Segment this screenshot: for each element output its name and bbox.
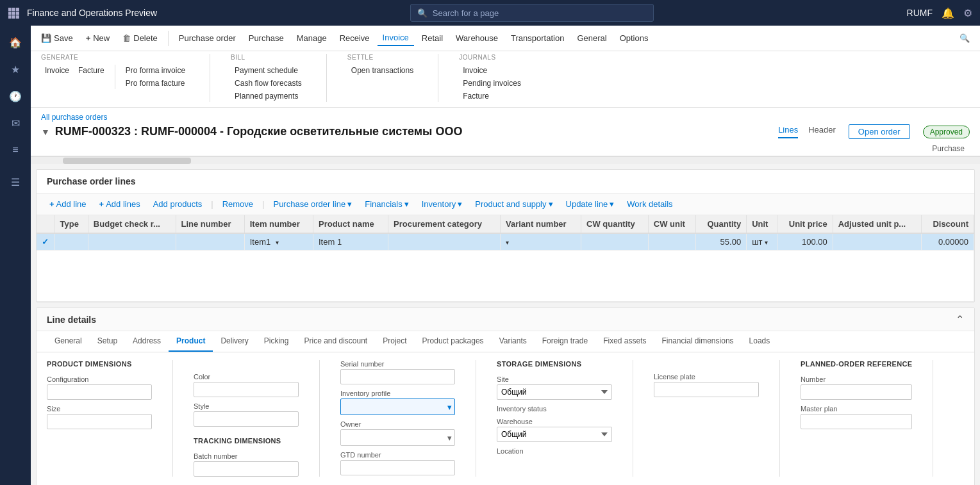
ribbon-proforma-facture-btn[interactable]: Pro forma facture xyxy=(122,78,189,89)
configuration-input[interactable] xyxy=(47,384,152,400)
row-budget[interactable] xyxy=(88,233,176,251)
detail-tab-product[interactable]: Product xyxy=(169,331,213,352)
ribbon-proforma-invoice-btn[interactable]: Pro forma invoice xyxy=(122,65,189,76)
financials-btn[interactable]: Financials ▾ xyxy=(360,197,414,211)
detail-tab-price[interactable]: Price and discount xyxy=(296,331,375,352)
transportation-button[interactable]: Transportation xyxy=(506,31,569,45)
owner-input[interactable]: vend004 xyxy=(341,430,445,445)
row-product-name[interactable]: Item 1 xyxy=(313,233,388,251)
item-dropdown-icon[interactable]: ▾ xyxy=(276,239,279,246)
planned-number-input[interactable] xyxy=(801,384,912,400)
breadcrumb[interactable]: All purchase orders xyxy=(41,113,970,122)
add-line-button[interactable]: + Add line xyxy=(44,197,92,211)
retail-button[interactable]: Retail xyxy=(417,31,448,45)
collapse-details-btn[interactable]: ⌃ xyxy=(956,313,964,325)
tab-header[interactable]: Header xyxy=(808,125,836,138)
inventory-btn[interactable]: Inventory ▾ xyxy=(417,197,467,211)
row-type[interactable] xyxy=(54,233,88,251)
horizontal-scroll[interactable] xyxy=(31,156,980,164)
owner-dropdown-icon[interactable]: ▾ xyxy=(445,433,454,443)
general-button[interactable]: General xyxy=(572,31,611,45)
cmd-search-button[interactable]: 🔍 xyxy=(954,31,975,45)
license-plate-input[interactable] xyxy=(654,382,759,397)
ribbon-journal-invoice-btn[interactable]: Invoice xyxy=(459,65,491,76)
warehouse-select[interactable]: Общий xyxy=(497,427,612,442)
ribbon-cashflow-btn[interactable]: Cash flow forecasts xyxy=(231,78,306,89)
warehouse-button[interactable]: Warehouse xyxy=(451,31,503,45)
sidebar-star[interactable]: ★ xyxy=(4,58,27,81)
product-supply-btn[interactable]: Product and supply ▾ xyxy=(470,197,558,211)
sidebar-list[interactable]: ≡ xyxy=(4,138,27,161)
row-unit-price[interactable]: 100.00 xyxy=(777,233,833,251)
master-plan-input[interactable] xyxy=(801,414,912,429)
variant-dropdown-icon[interactable]: ▾ xyxy=(506,239,509,246)
detail-tab-packages[interactable]: Product packages xyxy=(415,331,492,352)
filter-icon[interactable]: ▼ xyxy=(41,127,50,137)
search-bar[interactable]: 🔍 Search for a page xyxy=(410,4,654,22)
new-button[interactable]: + New xyxy=(81,31,115,45)
row-discount[interactable]: 0.00000 xyxy=(921,233,974,251)
purchase-button[interactable]: Purchase xyxy=(244,31,289,45)
size-input[interactable] xyxy=(47,414,152,429)
ribbon-invoice-btn[interactable]: Invoice xyxy=(41,65,73,76)
sidebar-home[interactable]: 🏠 xyxy=(4,31,27,54)
inventory-profile-dropdown-icon[interactable]: ▾ xyxy=(445,402,454,412)
row-cw-qty[interactable] xyxy=(581,233,649,251)
gtd-number-input[interactable] xyxy=(340,460,455,475)
sidebar-collapse[interactable]: ☰ xyxy=(4,170,27,193)
batch-number-input[interactable] xyxy=(194,461,299,477)
add-products-button[interactable]: Add products xyxy=(148,197,208,211)
sidebar-recent[interactable]: 🕐 xyxy=(4,85,27,108)
row-qty[interactable]: 55.00 xyxy=(696,233,747,251)
ribbon-pending-invoices-btn[interactable]: Pending invoices xyxy=(459,78,525,89)
ribbon-facture-btn[interactable]: Facture xyxy=(74,65,108,76)
detail-tab-fin-dimensions[interactable]: Financial dimensions xyxy=(654,331,742,352)
notification-icon[interactable]: 🔔 xyxy=(942,7,954,19)
row-procurement[interactable] xyxy=(388,233,501,251)
detail-tab-delivery[interactable]: Delivery xyxy=(213,331,256,352)
ribbon-planned-payments-btn[interactable]: Planned payments xyxy=(231,90,302,102)
ribbon-payment-schedule-btn[interactable]: Payment schedule xyxy=(231,65,302,76)
ribbon-journal-facture-btn[interactable]: Facture xyxy=(459,90,493,102)
row-item-num[interactable]: Item1 ▾ xyxy=(244,233,313,251)
add-lines-button[interactable]: + Add lines xyxy=(94,197,145,211)
row-unit[interactable]: шт ▾ xyxy=(747,233,777,251)
row-line-num[interactable] xyxy=(176,233,244,251)
detail-tab-variants[interactable]: Variants xyxy=(492,331,535,352)
detail-tab-fixed-assets[interactable]: Fixed assets xyxy=(595,331,654,352)
invoice-button[interactable]: Invoice xyxy=(378,30,414,46)
serial-number-input[interactable] xyxy=(340,369,455,384)
detail-tab-address[interactable]: Address xyxy=(125,331,169,352)
detail-tab-picking[interactable]: Picking xyxy=(256,331,297,352)
receive-button[interactable]: Receive xyxy=(335,31,375,45)
row-checkbox[interactable]: ✓ xyxy=(37,233,54,251)
save-button[interactable]: 💾 Save xyxy=(36,31,78,45)
update-line-btn[interactable]: Update line ▾ xyxy=(561,197,620,211)
row-cw-unit[interactable] xyxy=(648,233,696,251)
tab-lines[interactable]: Lines xyxy=(778,125,798,138)
purchase-order-button[interactable]: Purchase order xyxy=(174,31,241,45)
table-row[interactable]: ✓ Item1 ▾ Item 1 xyxy=(37,233,974,251)
delete-button[interactable]: 🗑 Delete xyxy=(117,31,163,45)
settings-icon[interactable]: ⚙ xyxy=(963,7,972,19)
detail-tab-foreign-trade[interactable]: Foreign trade xyxy=(535,331,595,352)
open-order-button[interactable]: Open order xyxy=(849,124,910,139)
work-details-btn[interactable]: Work details xyxy=(622,197,677,211)
sidebar-message[interactable]: ✉ xyxy=(4,111,27,135)
remove-button[interactable]: Remove xyxy=(217,197,258,211)
detail-tab-loads[interactable]: Loads xyxy=(742,331,778,352)
ribbon-open-transactions-btn[interactable]: Open transactions xyxy=(347,65,417,76)
unit-dropdown-icon[interactable]: ▾ xyxy=(765,239,768,246)
grid-icon[interactable] xyxy=(8,7,19,19)
row-adj-unit[interactable] xyxy=(833,233,921,251)
row-variant[interactable]: ▾ xyxy=(501,233,581,251)
detail-tab-general[interactable]: General xyxy=(47,331,90,352)
manage-button[interactable]: Manage xyxy=(292,31,332,45)
options-button[interactable]: Options xyxy=(615,31,654,45)
inventory-profile-input[interactable]: COM xyxy=(341,399,445,415)
detail-tab-project[interactable]: Project xyxy=(375,331,414,352)
purchase-order-line-btn[interactable]: Purchase order line ▾ xyxy=(268,197,357,211)
detail-tab-setup[interactable]: Setup xyxy=(90,331,125,352)
site-select[interactable]: Общий xyxy=(497,384,612,400)
color-input[interactable] xyxy=(194,382,299,397)
